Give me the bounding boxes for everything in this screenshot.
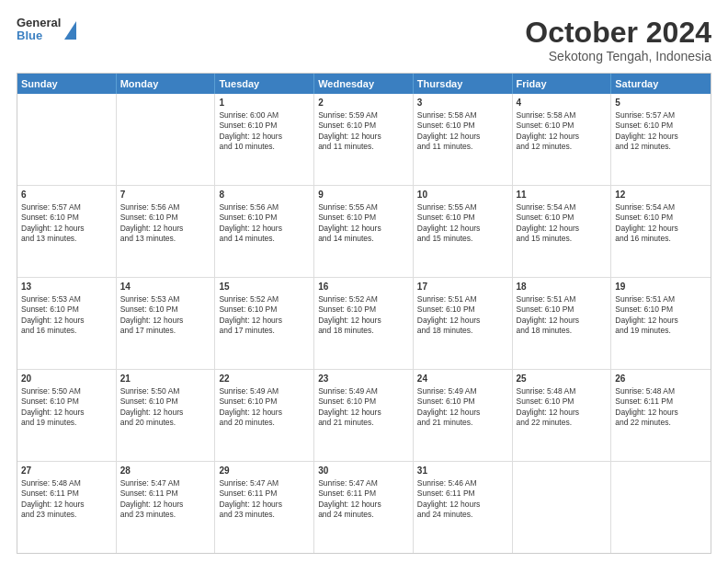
day-info: and 22 minutes. bbox=[517, 418, 608, 428]
day-info: Sunset: 6:11 PM bbox=[219, 488, 310, 499]
calendar-week-row: 1Sunrise: 6:00 AMSunset: 6:10 PMDaylight… bbox=[17, 94, 711, 186]
day-info: Sunrise: 5:56 AM bbox=[120, 202, 211, 213]
day-number: 27 bbox=[21, 465, 112, 477]
day-info: Sunrise: 5:58 AM bbox=[517, 110, 608, 121]
day-number: 25 bbox=[517, 373, 608, 385]
day-number: 6 bbox=[21, 189, 112, 201]
day-info: Sunrise: 5:47 AM bbox=[219, 478, 310, 488]
day-info: Daylight: 12 hours bbox=[417, 224, 508, 234]
day-info: Sunset: 6:10 PM bbox=[219, 396, 310, 407]
day-info: Sunset: 6:10 PM bbox=[318, 121, 409, 131]
day-info: and 23 minutes. bbox=[120, 510, 211, 520]
calendar-cell: 1Sunrise: 6:00 AMSunset: 6:10 PMDaylight… bbox=[215, 94, 314, 185]
day-info: Sunset: 6:11 PM bbox=[120, 488, 211, 499]
day-info: and 11 minutes. bbox=[417, 142, 508, 152]
day-number: 16 bbox=[318, 281, 409, 293]
day-info: and 23 minutes. bbox=[21, 510, 112, 520]
day-info: and 21 minutes. bbox=[417, 418, 508, 428]
day-info: Daylight: 12 hours bbox=[21, 316, 112, 326]
weekday-header: Sunday bbox=[17, 74, 117, 94]
calendar-cell: 20Sunrise: 5:50 AMSunset: 6:10 PMDayligh… bbox=[17, 370, 117, 461]
day-info: Sunset: 6:10 PM bbox=[219, 121, 310, 131]
day-number: 21 bbox=[120, 373, 211, 385]
page-header: General Blue October 2024 Sekotong Tenga… bbox=[17, 17, 711, 63]
day-info: Daylight: 12 hours bbox=[318, 316, 409, 326]
day-info: Sunrise: 5:53 AM bbox=[21, 294, 112, 304]
day-number: 31 bbox=[417, 465, 508, 477]
day-info: Daylight: 12 hours bbox=[219, 132, 310, 142]
day-info: Sunrise: 5:53 AM bbox=[120, 294, 211, 304]
day-number: 22 bbox=[219, 373, 310, 385]
day-info: Sunset: 6:10 PM bbox=[517, 304, 608, 315]
day-number: 18 bbox=[517, 281, 608, 293]
weekday-header: Tuesday bbox=[215, 74, 314, 94]
day-number: 1 bbox=[219, 97, 310, 109]
day-info: Daylight: 12 hours bbox=[21, 408, 112, 418]
day-info: Sunset: 6:11 PM bbox=[318, 488, 409, 499]
day-info: Sunset: 6:10 PM bbox=[615, 304, 707, 315]
day-number: 23 bbox=[318, 373, 409, 385]
day-info: Sunset: 6:10 PM bbox=[120, 396, 211, 407]
day-number: 24 bbox=[417, 373, 508, 385]
weekday-header: Friday bbox=[513, 74, 612, 94]
month-title: October 2024 bbox=[525, 17, 711, 49]
day-info: Sunrise: 5:46 AM bbox=[417, 478, 508, 488]
calendar: SundayMondayTuesdayWednesdayThursdayFrid… bbox=[17, 73, 711, 554]
day-info: Daylight: 12 hours bbox=[120, 224, 211, 234]
day-number: 19 bbox=[615, 281, 707, 293]
calendar-cell: 10Sunrise: 5:55 AMSunset: 6:10 PMDayligh… bbox=[414, 186, 513, 277]
day-info: Sunset: 6:10 PM bbox=[21, 396, 112, 407]
day-info: Daylight: 12 hours bbox=[21, 500, 112, 510]
day-info: and 20 minutes. bbox=[120, 418, 211, 428]
day-info: Sunrise: 5:48 AM bbox=[517, 386, 608, 396]
day-info: Daylight: 12 hours bbox=[417, 132, 508, 142]
day-info: and 24 minutes. bbox=[318, 510, 409, 520]
calendar-cell: 4Sunrise: 5:58 AMSunset: 6:10 PMDaylight… bbox=[513, 94, 612, 185]
day-info: Sunrise: 5:49 AM bbox=[318, 386, 409, 396]
day-info: Sunset: 6:10 PM bbox=[318, 396, 409, 407]
day-number: 13 bbox=[21, 281, 112, 293]
day-number: 15 bbox=[219, 281, 310, 293]
calendar-cell bbox=[513, 462, 612, 553]
day-number: 10 bbox=[417, 189, 508, 201]
title-block: October 2024 Sekotong Tengah, Indonesia bbox=[525, 17, 711, 63]
day-info: Sunset: 6:10 PM bbox=[517, 121, 608, 131]
day-info: and 16 minutes. bbox=[21, 326, 112, 336]
day-info: Daylight: 12 hours bbox=[120, 408, 211, 418]
day-info: Sunset: 6:10 PM bbox=[615, 121, 707, 131]
day-info: Sunset: 6:10 PM bbox=[21, 304, 112, 315]
day-info: Sunrise: 5:51 AM bbox=[517, 294, 608, 304]
day-info: Daylight: 12 hours bbox=[615, 224, 707, 234]
day-info: and 12 minutes. bbox=[517, 142, 608, 152]
day-number: 8 bbox=[219, 189, 310, 201]
calendar-cell bbox=[611, 462, 711, 553]
day-info: Sunset: 6:10 PM bbox=[318, 213, 409, 223]
day-info: Daylight: 12 hours bbox=[517, 132, 608, 142]
day-info: and 14 minutes. bbox=[219, 234, 310, 244]
day-info: Sunset: 6:10 PM bbox=[219, 304, 310, 315]
logo-text: General Blue bbox=[17, 17, 61, 43]
day-info: Daylight: 12 hours bbox=[219, 224, 310, 234]
calendar-cell: 22Sunrise: 5:49 AMSunset: 6:10 PMDayligh… bbox=[215, 370, 314, 461]
day-info: Daylight: 12 hours bbox=[318, 500, 409, 510]
calendar-cell: 28Sunrise: 5:47 AMSunset: 6:11 PMDayligh… bbox=[117, 462, 216, 553]
day-info: and 12 minutes. bbox=[615, 142, 707, 152]
day-info: Sunrise: 6:00 AM bbox=[219, 110, 310, 121]
calendar-cell: 27Sunrise: 5:48 AMSunset: 6:11 PMDayligh… bbox=[17, 462, 117, 553]
day-info: Daylight: 12 hours bbox=[120, 316, 211, 326]
calendar-cell: 26Sunrise: 5:48 AMSunset: 6:11 PMDayligh… bbox=[611, 370, 711, 461]
day-info: and 11 minutes. bbox=[318, 142, 409, 152]
day-info: and 18 minutes. bbox=[318, 326, 409, 336]
day-number: 26 bbox=[615, 373, 707, 385]
day-info: Sunset: 6:11 PM bbox=[21, 488, 112, 499]
day-info: Daylight: 12 hours bbox=[517, 408, 608, 418]
day-number: 17 bbox=[417, 281, 508, 293]
day-info: Sunrise: 5:50 AM bbox=[21, 386, 112, 396]
day-info: Sunrise: 5:55 AM bbox=[417, 202, 508, 213]
day-number: 14 bbox=[120, 281, 211, 293]
calendar-cell: 15Sunrise: 5:52 AMSunset: 6:10 PMDayligh… bbox=[215, 278, 314, 369]
day-info: and 18 minutes. bbox=[517, 326, 608, 336]
day-info: Daylight: 12 hours bbox=[517, 316, 608, 326]
calendar-week-row: 27Sunrise: 5:48 AMSunset: 6:11 PMDayligh… bbox=[17, 462, 711, 553]
calendar-cell: 6Sunrise: 5:57 AMSunset: 6:10 PMDaylight… bbox=[17, 186, 117, 277]
